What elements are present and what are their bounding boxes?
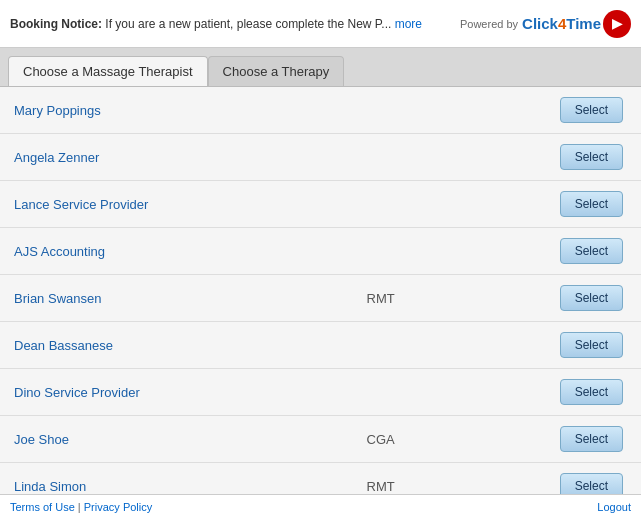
provider-action-cell: Select [481,87,641,134]
booking-notice-text: If you are a new patient, please complet… [105,17,391,31]
terms-of-use-link[interactable]: Terms of Use [10,501,75,513]
tabs-container: Choose a Massage Therapist Choose a Ther… [0,48,641,87]
footer-links: Terms of Use | Privacy Policy [10,501,152,513]
table-row: Lance Service Provider Select [0,181,641,228]
booking-notice-more-link[interactable]: more [395,17,422,31]
provider-name: Dean Bassanese [0,322,353,369]
logo-icon: ▶ [603,10,631,38]
providers-table: Mary Poppings Select Angela Zenner Selec… [0,87,641,494]
table-row: AJS Accounting Select [0,228,641,275]
table-row: Mary Poppings Select [0,87,641,134]
select-button[interactable]: Select [560,97,623,123]
provider-action-cell: Select [481,275,641,322]
main-content: Choose a Massage Therapist Choose a Ther… [0,48,641,494]
provider-action-cell: Select [481,322,641,369]
table-row: Dino Service Provider Select [0,369,641,416]
provider-action-cell: Select [481,134,641,181]
tab-therapy-label: Choose a Therapy [223,64,330,79]
provider-name: AJS Accounting [0,228,353,275]
select-button[interactable]: Select [560,379,623,405]
provider-action-cell: Select [481,181,641,228]
table-row: Dean Bassanese Select [0,322,641,369]
provider-name: Angela Zenner [0,134,353,181]
provider-credential [353,181,481,228]
provider-name: Dino Service Provider [0,369,353,416]
footer: Terms of Use | Privacy Policy Logout [0,494,641,519]
logo-click: Click [522,15,558,32]
provider-action-cell: Select [481,463,641,495]
select-button[interactable]: Select [560,285,623,311]
logo-four: 4 [558,15,566,32]
provider-credential [353,134,481,181]
powered-by-text: Powered by [460,18,518,30]
click4time-logo: Click4Time ▶ [522,10,631,38]
privacy-policy-link[interactable]: Privacy Policy [84,501,152,513]
select-button[interactable]: Select [560,332,623,358]
provider-name: Lance Service Provider [0,181,353,228]
tab-massage-therapist-label: Choose a Massage Therapist [23,64,193,79]
tab-massage-therapist[interactable]: Choose a Massage Therapist [8,56,208,86]
select-button[interactable]: Select [560,238,623,264]
table-row: Joe Shoe CGA Select [0,416,641,463]
table-scroll[interactable]: Mary Poppings Select Angela Zenner Selec… [0,87,641,494]
top-bar: Booking Notice: If you are a new patient… [0,0,641,48]
provider-action-cell: Select [481,369,641,416]
provider-credential: CGA [353,416,481,463]
logo-time: Time [566,15,601,32]
provider-action-cell: Select [481,228,641,275]
provider-credential: RMT [353,275,481,322]
provider-name: Joe Shoe [0,416,353,463]
provider-credential [353,228,481,275]
table-row: Linda Simon RMT Select [0,463,641,495]
booking-notice-label: Booking Notice: [10,17,102,31]
table-row: Brian Swansen RMT Select [0,275,641,322]
provider-credential: RMT [353,463,481,495]
provider-credential [353,322,481,369]
provider-name: Linda Simon [0,463,353,495]
select-button[interactable]: Select [560,426,623,452]
provider-name: Brian Swansen [0,275,353,322]
table-wrapper: Mary Poppings Select Angela Zenner Selec… [0,87,641,494]
provider-credential [353,87,481,134]
logout-button[interactable]: Logout [597,501,631,513]
select-button[interactable]: Select [560,144,623,170]
powered-by-area: Powered by Click4Time ▶ [460,10,631,38]
booking-notice: Booking Notice: If you are a new patient… [10,17,460,31]
provider-name: Mary Poppings [0,87,353,134]
tab-therapy[interactable]: Choose a Therapy [208,56,345,86]
select-button[interactable]: Select [560,191,623,217]
select-button[interactable]: Select [560,473,623,494]
provider-credential [353,369,481,416]
table-row: Angela Zenner Select [0,134,641,181]
provider-action-cell: Select [481,416,641,463]
